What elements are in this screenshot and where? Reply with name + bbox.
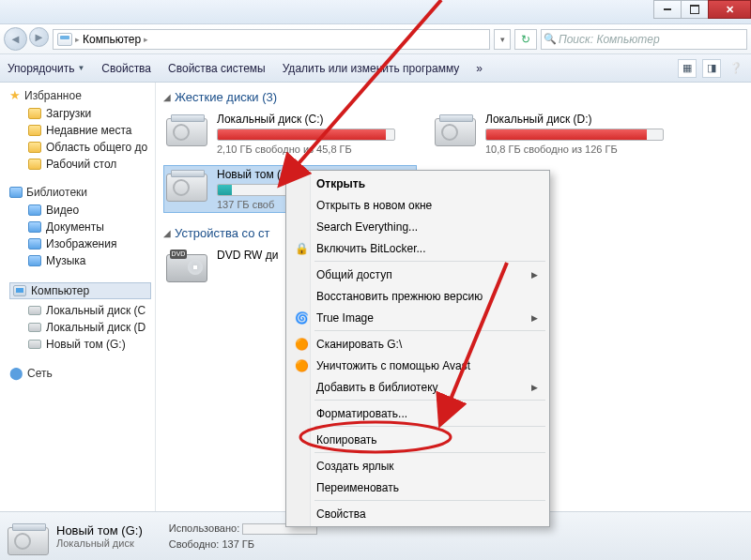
footer-name: Новый том (G:) <box>56 523 143 537</box>
menu-item-label: Сканировать G:\ <box>316 338 402 351</box>
hdd-icon <box>166 174 207 202</box>
nav-forward-button[interactable]: ► <box>29 27 49 47</box>
close-button[interactable] <box>708 0 751 19</box>
sidebar-item-drive-c[interactable]: Локальный диск (C <box>9 302 151 319</box>
context-menu-separator <box>314 330 545 331</box>
folder-icon <box>28 142 41 153</box>
context-menu-separator <box>314 400 545 401</box>
search-input[interactable]: Поиск: Компьютер <box>541 29 747 50</box>
preview-pane-button[interactable]: ◨ <box>702 59 721 78</box>
refresh-button[interactable]: ↻ <box>514 29 537 50</box>
context-menu-separator <box>314 426 545 427</box>
menu-item-label: Открыть <box>316 177 365 190</box>
sidebar-item-downloads[interactable]: Загрузки <box>9 105 151 122</box>
drive-name: Локальный диск (C:) <box>217 113 414 126</box>
organize-button[interactable]: Упорядочить ▼ <box>8 62 84 75</box>
context-menu: ОткрытьОткрыть в новом окнеSearch Everyt… <box>285 170 550 527</box>
context-menu-separator <box>314 261 545 262</box>
context-menu-item[interactable]: Создать ярлык <box>288 455 547 477</box>
sidebar-item-documents[interactable]: Документы <box>9 219 151 235</box>
chevron-down-icon: ▼ <box>77 64 84 72</box>
maximize-button[interactable] <box>681 0 709 19</box>
usage-meter <box>217 129 395 141</box>
submenu-arrow-icon: ▶ <box>531 270 538 280</box>
address-bar: ◄ ► ▸ Компьютер ▸ ▾ ↻ Поиск: Компьютер <box>0 24 751 54</box>
usage-meter <box>485 129 664 141</box>
context-menu-item[interactable]: 🔒Включить BitLocker... <box>288 237 547 259</box>
menu-item-label: Свойства <box>316 507 366 521</box>
breadcrumb[interactable]: ▸ Компьютер ▸ <box>53 29 490 50</box>
menu-item-label: Создать ярлык <box>316 460 394 473</box>
footer-free: Свободно: 137 ГБ <box>169 538 318 550</box>
computer-icon <box>57 33 72 46</box>
context-menu-item[interactable]: Общий доступ▶ <box>288 264 547 285</box>
context-menu-item[interactable]: Форматировать... <box>288 402 547 424</box>
favorites-label: Избранное <box>24 89 82 102</box>
drive-c[interactable]: Локальный диск (C:) 2,10 ГБ свободно из … <box>163 110 417 158</box>
menu-item-label: Восстановить прежнюю версию <box>316 290 483 303</box>
properties-button[interactable]: Свойства <box>101 62 151 75</box>
context-menu-item[interactable]: Копировать <box>288 429 547 450</box>
menu-item-icon: 🌀 <box>294 311 309 325</box>
context-menu-item[interactable]: 🌀True Image▶ <box>288 307 547 328</box>
uninstall-program-button[interactable]: Удалить или изменить программу <box>283 62 460 75</box>
footer-type: Локальный диск <box>56 537 143 549</box>
context-menu-item[interactable]: Восстановить прежнюю версию <box>288 285 547 307</box>
drive-subtext: 2,10 ГБ свободно из 45,8 ГБ <box>217 144 414 155</box>
sidebar-item-drive-g[interactable]: Новый том (G:) <box>9 336 151 353</box>
context-menu-item[interactable]: Search Everything... <box>288 216 547 237</box>
chevron-right-icon: ▸ <box>144 35 148 44</box>
view-options-button[interactable]: ▦ <box>678 59 697 78</box>
section-label: Жесткие диски (3) <box>175 90 277 104</box>
menu-item-icon: 🔒 <box>294 242 309 255</box>
toolbar: Упорядочить ▼ Свойства Свойства системы … <box>0 54 751 83</box>
help-button[interactable]: ❔ <box>727 59 745 78</box>
sidebar-item-videos[interactable]: Видео <box>9 202 151 219</box>
sidebar-item-label: Музыка <box>46 254 85 267</box>
drive-d[interactable]: Локальный диск (D:) 10,8 ГБ свободно из … <box>432 110 685 158</box>
nav-back-button[interactable]: ◄ <box>4 27 27 51</box>
computer-label: Компьютер <box>31 284 89 297</box>
context-menu-item[interactable]: 🟠Сканировать G:\ <box>288 333 547 355</box>
context-menu-item[interactable]: 🟠Уничтожить с помощью Avast <box>288 355 547 376</box>
sidebar-item-label: Локальный диск (C <box>46 304 146 317</box>
menu-item-label: Уничтожить с помощью Avast <box>316 359 470 372</box>
system-properties-button[interactable]: Свойства системы <box>168 62 266 75</box>
video-icon <box>28 204 41 216</box>
document-icon <box>28 221 41 233</box>
sidebar-item-label: Загрузки <box>46 107 91 120</box>
sidebar-group-favorites[interactable]: ★Избранное <box>9 88 151 102</box>
menu-item-icon: 🟠 <box>294 338 309 351</box>
sidebar-item-music[interactable]: Музыка <box>9 252 151 269</box>
sidebar-item-recent[interactable]: Недавние места <box>9 122 151 139</box>
toolbar-overflow-button[interactable]: » <box>476 62 483 75</box>
menu-item-label: Форматировать... <box>316 407 407 420</box>
sidebar-item-pictures[interactable]: Изображения <box>9 235 151 252</box>
context-menu-item[interactable]: Свойства <box>288 503 547 524</box>
sidebar-item-label: Недавние места <box>46 124 131 137</box>
menu-item-label: Общий доступ <box>316 268 392 281</box>
sidebar-item-computer[interactable]: Компьютер <box>9 282 151 299</box>
sidebar-group-libraries[interactable]: Библиотеки <box>9 186 151 199</box>
context-menu-item[interactable]: Открыть в новом окне <box>288 194 547 216</box>
sidebar-item-public[interactable]: Область общего до <box>9 139 151 156</box>
sidebar-item-desktop[interactable]: Рабочий стол <box>9 156 151 173</box>
drive-icon <box>28 323 41 332</box>
drive-icon <box>28 306 41 315</box>
sidebar-item-label: Изображения <box>46 237 116 250</box>
context-menu-item[interactable]: Добавить в библиотеку▶ <box>288 376 547 398</box>
section-hard-drives[interactable]: ◢ Жесткие диски (3) <box>163 90 743 104</box>
menu-item-label: Открыть в новом окне <box>316 199 432 212</box>
sidebar-item-label: Документы <box>46 220 104 234</box>
hdd-icon <box>166 118 207 146</box>
sidebar-item-drive-d[interactable]: Локальный диск (D <box>9 319 151 336</box>
sidebar-item-network[interactable]: ⬤Сеть <box>9 366 151 380</box>
history-dropdown-button[interactable]: ▾ <box>494 29 511 50</box>
breadcrumb-item[interactable]: Компьютер <box>83 33 141 46</box>
minimize-button[interactable] <box>653 0 682 19</box>
folder-icon <box>28 125 41 136</box>
network-icon: ⬤ <box>9 366 23 380</box>
context-menu-item[interactable]: Открыть <box>288 173 547 194</box>
context-menu-item[interactable]: Переименовать <box>288 477 547 498</box>
chevron-down-icon: ◢ <box>163 92 171 102</box>
